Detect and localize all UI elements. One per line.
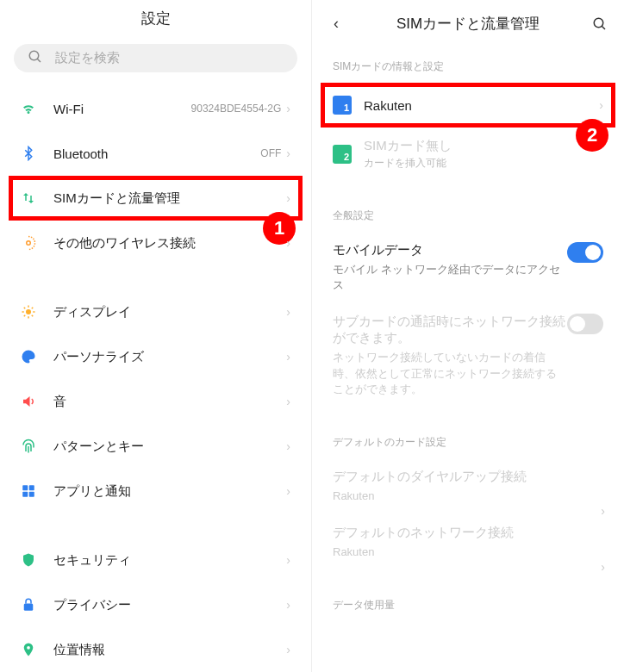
chevron-right-icon: › [286,553,290,567]
chevron-right-icon: › [286,102,290,115]
sim-management-screen: ‹ SIMカードと流量管理 SIMカードの情報と設定 1 Rakuten › 2… [312,0,624,672]
chevron-right-icon: › [286,305,290,319]
row-location[interactable]: 位置情報 › [0,627,311,672]
section-general: 全般設定 [312,196,624,232]
chevron-right-icon: › [286,598,290,612]
row-pattern[interactable]: パターンとキー › [0,424,311,469]
svg-point-3 [26,309,31,314]
svg-line-19 [602,26,605,29]
sim2-icon: 2 [333,145,352,164]
svg-rect-13 [29,485,34,490]
location-icon [21,642,53,657]
svg-line-11 [32,308,34,309]
row-wifi[interactable]: Wi-Fi 90324BDE4554-2G › [0,86,311,131]
shield-icon [21,552,53,568]
search-input[interactable]: 設定を検索 [14,44,297,72]
chevron-right-icon: › [286,350,290,364]
chevron-right-icon: › [286,395,290,408]
svg-point-0 [29,51,39,60]
header: 設定 [0,0,311,37]
chevron-right-icon: › [286,439,290,453]
header: ‹ SIMカードと流量管理 [312,0,624,47]
svg-rect-16 [24,604,34,611]
row-default-network: デフォルトのネットワーク接続 Rakuten › [312,514,624,570]
row-sim[interactable]: SIMカードと流量管理 › 1 [0,176,311,221]
row-subcard-call: サブカードの通話時にネットワーク接続ができます。 ネットワーク接続していないカー… [312,303,624,408]
lock-icon [21,597,53,613]
settings-screen: 設定 設定を検索 Wi-Fi 90324BDE4554-2G › Bluetoo… [0,0,312,672]
row-bluetooth[interactable]: Bluetooth OFF › [0,131,311,176]
palette-icon [21,349,53,364]
svg-line-9 [32,315,34,317]
wireless-icon [21,235,53,251]
sim1-icon: 1 [333,96,352,115]
row-display[interactable]: ディスプレイ › [0,289,311,334]
svg-point-2 [27,241,31,246]
svg-rect-12 [22,485,28,490]
back-button[interactable]: ‹ [319,0,353,47]
svg-rect-14 [22,492,28,497]
sound-icon [21,394,53,409]
row-privacy[interactable]: プライバシー › [0,582,311,627]
page-title: 設定 [141,9,171,28]
section-default: デフォルトのカード設定 [312,423,624,458]
section-data-usage: データ使用量 [312,586,624,621]
mobile-data-toggle[interactable] [567,242,603,263]
chevron-right-icon: › [286,643,290,656]
svg-point-18 [594,18,603,28]
svg-point-17 [27,646,30,650]
wifi-icon [21,101,53,116]
row-mobile-data[interactable]: モバイルデータ モバイル ネットワーク経由でデータにアクセス [312,232,624,303]
chevron-right-icon: › [286,484,290,498]
svg-line-1 [37,59,41,62]
row-sim1[interactable]: 1 Rakuten › 2 [312,83,624,128]
search-button[interactable] [583,0,617,47]
chevron-right-icon: › [599,98,603,112]
section-sim-info: SIMカードの情報と設定 [312,47,624,83]
row-default-dialup: デフォルトのダイヤルアップ接続 Rakuten › [312,458,624,514]
subcard-toggle [567,314,603,334]
row-personalize[interactable]: パーソナライズ › [0,334,311,379]
row-sim2: 2 SIMカード無し カードを挿入可能 [312,128,624,181]
svg-line-8 [24,308,26,309]
apps-icon [21,483,53,499]
fingerprint-icon [21,439,53,454]
chevron-right-icon: › [286,146,290,160]
brightness-icon [21,304,53,320]
chevron-right-icon: › [286,236,290,250]
row-apps[interactable]: アプリと通知 › [0,469,311,513]
chevron-right-icon: › [286,191,290,205]
settings-list: Wi-Fi 90324BDE4554-2G › Bluetooth OFF › … [0,86,311,672]
svg-rect-15 [29,492,34,497]
search-icon [28,49,43,68]
row-security[interactable]: セキュリティ › [0,538,311,582]
search-placeholder: 設定を検索 [55,50,120,66]
row-sound[interactable]: 音 › [0,379,311,424]
data-transfer-icon [21,190,53,206]
svg-line-10 [24,315,26,317]
bluetooth-icon [21,146,53,161]
chevron-right-icon: › [601,560,605,574]
row-wireless[interactable]: その他のワイヤレス接続 › [0,221,311,265]
page-title: SIMカードと流量管理 [396,14,540,34]
